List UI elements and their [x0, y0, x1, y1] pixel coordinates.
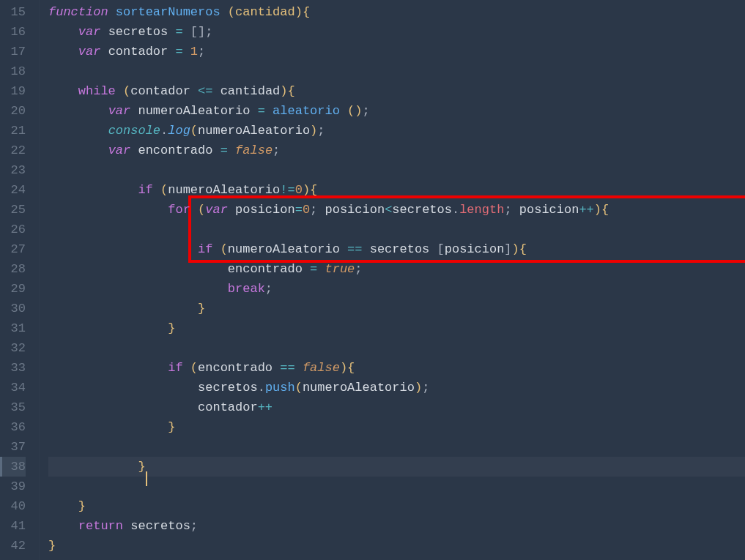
- code-line[interactable]: [48, 477, 745, 496]
- line-number: 34: [0, 378, 26, 397]
- line-number: 36: [0, 417, 26, 437]
- code-line[interactable]: [48, 437, 745, 457]
- line-gutter: 1516171819202122232425262728293031323334…: [0, 0, 40, 560]
- code-line[interactable]: while (contador <= cantidad){: [48, 81, 745, 101]
- line-number: 21: [0, 121, 26, 141]
- line-number: 37: [0, 437, 26, 457]
- code-line[interactable]: if (numeroAleatorio == secretos [posicio…: [48, 239, 745, 259]
- line-number: 33: [0, 358, 26, 378]
- line-number: 40: [0, 496, 26, 516]
- line-number: 18: [0, 61, 26, 81]
- code-line[interactable]: }: [48, 299, 745, 318]
- line-number: 32: [0, 338, 26, 358]
- line-number: 41: [0, 516, 26, 536]
- code-line[interactable]: if (encontrado == false){: [48, 358, 745, 378]
- line-number: 22: [0, 141, 26, 160]
- code-line[interactable]: console.log(numeroAleatorio);: [48, 121, 745, 141]
- code-line[interactable]: secretos.push(numeroAleatorio);: [48, 378, 745, 397]
- code-line[interactable]: var encontrado = false;: [48, 141, 745, 160]
- line-number: 25: [0, 200, 26, 220]
- line-number: 35: [0, 397, 26, 417]
- line-number: 15: [0, 2, 26, 22]
- code-line[interactable]: for (var posicion=0; posicion<secretos.l…: [48, 200, 745, 220]
- line-number: 28: [0, 259, 26, 279]
- line-number: 24: [0, 180, 26, 200]
- code-line[interactable]: var secretos = [];: [48, 22, 745, 42]
- code-line[interactable]: }: [48, 496, 745, 516]
- line-number: 17: [0, 42, 26, 61]
- line-number: 23: [0, 160, 26, 180]
- line-number: 26: [0, 220, 26, 239]
- code-line[interactable]: break;: [48, 279, 745, 299]
- line-number: 42: [0, 536, 26, 556]
- line-number: 38: [0, 457, 26, 477]
- code-line[interactable]: }: [48, 457, 745, 477]
- code-line[interactable]: contador++: [48, 397, 745, 417]
- code-line[interactable]: }: [48, 536, 745, 556]
- code-line[interactable]: encontrado = true;: [48, 259, 745, 279]
- line-number: 16: [0, 22, 26, 42]
- code-area[interactable]: function sortearNumeros (cantidad){ var …: [40, 0, 745, 560]
- line-number: 29: [0, 279, 26, 299]
- code-line[interactable]: if (numeroAleatorio!=0){: [48, 180, 745, 200]
- code-line[interactable]: var contador = 1;: [48, 42, 745, 61]
- line-number: 20: [0, 101, 26, 121]
- code-line[interactable]: [48, 61, 745, 81]
- code-line[interactable]: [48, 160, 745, 180]
- code-line[interactable]: var numeroAleatorio = aleatorio ();: [48, 101, 745, 121]
- code-editor[interactable]: 1516171819202122232425262728293031323334…: [0, 0, 745, 560]
- line-number: 31: [0, 318, 26, 338]
- code-line[interactable]: function sortearNumeros (cantidad){: [48, 2, 745, 22]
- code-line[interactable]: return secretos;: [48, 516, 745, 536]
- code-line[interactable]: [48, 338, 745, 358]
- line-number: 27: [0, 239, 26, 259]
- code-line[interactable]: }: [48, 318, 745, 338]
- line-number: 19: [0, 81, 26, 101]
- line-number: 30: [0, 299, 26, 318]
- line-number: 39: [0, 477, 26, 496]
- code-line[interactable]: }: [48, 417, 745, 437]
- code-line[interactable]: [48, 220, 745, 239]
